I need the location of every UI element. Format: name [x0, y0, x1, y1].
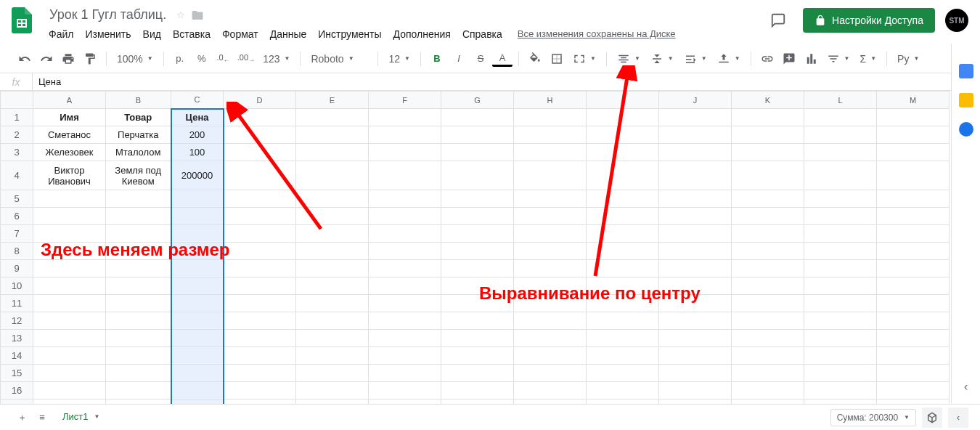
column-header-D[interactable]: D	[224, 92, 296, 109]
cell-A14[interactable]	[33, 347, 106, 365]
cell-E7[interactable]	[296, 225, 369, 243]
cell-G13[interactable]	[441, 330, 514, 347]
increase-decimal-button[interactable]: .00→	[235, 49, 257, 68]
cell-F14[interactable]	[369, 347, 441, 365]
cell-H9[interactable]	[514, 260, 587, 277]
cell-I8[interactable]	[587, 243, 659, 260]
cell-A15[interactable]	[33, 365, 106, 382]
cell-A1[interactable]: Имя	[33, 109, 106, 126]
cell-M9[interactable]	[877, 260, 950, 277]
column-header-K[interactable]: K	[732, 92, 804, 109]
cell-H6[interactable]	[514, 208, 587, 225]
cell-G11[interactable]	[441, 295, 514, 312]
cell-I12[interactable]	[587, 312, 659, 330]
menu-format[interactable]: Формат	[217, 25, 264, 43]
cell-H7[interactable]	[514, 225, 587, 243]
cell-C16[interactable]	[171, 382, 224, 399]
cell-I4[interactable]	[587, 161, 659, 190]
cell-G8[interactable]	[441, 243, 514, 260]
cell-K9[interactable]	[732, 260, 804, 277]
cell-B16[interactable]	[106, 382, 171, 399]
column-header-L[interactable]: L	[804, 92, 877, 109]
calendar-icon[interactable]	[959, 64, 973, 78]
cell-J12[interactable]	[659, 312, 732, 330]
cell-C7[interactable]	[171, 225, 224, 243]
cell-E14[interactable]	[296, 347, 369, 365]
cell-I5[interactable]	[587, 190, 659, 208]
cell-H15[interactable]	[514, 365, 587, 382]
cell-B3[interactable]: Мталолом	[106, 144, 171, 161]
cell-F6[interactable]	[369, 208, 441, 225]
cell-I11[interactable]	[587, 295, 659, 312]
sheet-tab[interactable]: Лист1▼	[52, 405, 110, 429]
cell-M1[interactable]	[877, 109, 950, 126]
cell-E4[interactable]	[296, 161, 369, 190]
row-header-3[interactable]: 3	[1, 144, 33, 161]
cell-G14[interactable]	[441, 347, 514, 365]
vertical-align-dropdown[interactable]: ▼	[646, 49, 678, 68]
cell-I10[interactable]	[587, 277, 659, 295]
cell-M7[interactable]	[877, 225, 950, 243]
cell-F9[interactable]	[369, 260, 441, 277]
input-language-dropdown[interactable]: Ру▼	[893, 49, 923, 68]
cell-J4[interactable]	[659, 161, 732, 190]
cell-F10[interactable]	[369, 277, 441, 295]
cell-G4[interactable]	[441, 161, 514, 190]
row-header-11[interactable]: 11	[1, 295, 33, 312]
text-wrap-dropdown[interactable]: ▼	[679, 49, 711, 68]
scroll-top-button[interactable]: ‹	[948, 407, 968, 428]
user-avatar[interactable]: STM	[945, 9, 968, 32]
row-header-7[interactable]: 7	[1, 225, 33, 243]
cell-M15[interactable]	[877, 365, 950, 382]
cell-A8[interactable]	[33, 243, 106, 260]
cell-B6[interactable]	[106, 208, 171, 225]
cell-E9[interactable]	[296, 260, 369, 277]
column-header-C[interactable]: C	[171, 92, 224, 109]
cell-B12[interactable]	[106, 312, 171, 330]
cell-D2[interactable]	[224, 126, 296, 144]
row-header-10[interactable]: 10	[1, 277, 33, 295]
row-header-6[interactable]: 6	[1, 208, 33, 225]
cell-G5[interactable]	[441, 190, 514, 208]
text-color-button[interactable]: A	[492, 51, 513, 67]
cell-I7[interactable]	[587, 225, 659, 243]
cell-D10[interactable]	[224, 277, 296, 295]
cell-G6[interactable]	[441, 208, 514, 225]
borders-button[interactable]	[547, 49, 567, 68]
cell-F3[interactable]	[369, 144, 441, 161]
cell-A5[interactable]	[33, 190, 106, 208]
cell-H1[interactable]	[514, 109, 587, 126]
cell-L6[interactable]	[804, 208, 877, 225]
cell-D11[interactable]	[224, 295, 296, 312]
cell-K16[interactable]	[732, 382, 804, 399]
cell-D16[interactable]	[224, 382, 296, 399]
cell-L5[interactable]	[804, 190, 877, 208]
cell-E10[interactable]	[296, 277, 369, 295]
cell-B9[interactable]	[106, 260, 171, 277]
cell-J3[interactable]	[659, 144, 732, 161]
cell-C8[interactable]	[171, 243, 224, 260]
cell-J2[interactable]	[659, 126, 732, 144]
cell-D8[interactable]	[224, 243, 296, 260]
cell-F4[interactable]	[369, 161, 441, 190]
cell-C3[interactable]: 100	[171, 144, 224, 161]
cell-K15[interactable]	[732, 365, 804, 382]
cell-K12[interactable]	[732, 312, 804, 330]
cell-L10[interactable]	[804, 277, 877, 295]
cell-I14[interactable]	[587, 347, 659, 365]
select-all-corner[interactable]	[1, 92, 33, 109]
cell-J9[interactable]	[659, 260, 732, 277]
cell-I15[interactable]	[587, 365, 659, 382]
cell-E12[interactable]	[296, 312, 369, 330]
cell-H16[interactable]	[514, 382, 587, 399]
text-rotation-dropdown[interactable]: ▼	[713, 49, 745, 68]
column-header-A[interactable]: A	[33, 92, 106, 109]
sheets-logo[interactable]	[7, 6, 36, 35]
cell-I16[interactable]	[587, 382, 659, 399]
cell-C12[interactable]	[171, 312, 224, 330]
cell-F5[interactable]	[369, 190, 441, 208]
cell-G7[interactable]	[441, 225, 514, 243]
cell-G15[interactable]	[441, 365, 514, 382]
filter-dropdown[interactable]: ▼	[822, 49, 854, 68]
cell-H13[interactable]	[514, 330, 587, 347]
